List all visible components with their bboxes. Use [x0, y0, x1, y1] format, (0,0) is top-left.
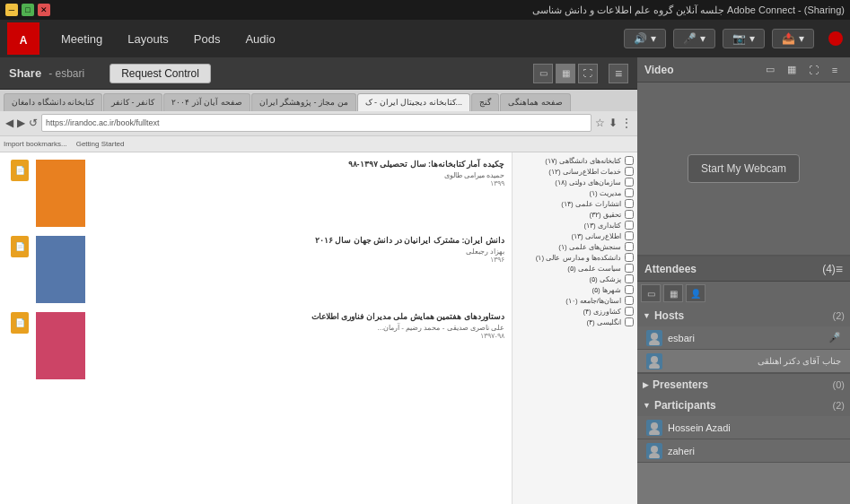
host-name-0: esbari [668, 333, 823, 343]
sidebar-checkbox-4[interactable] [625, 199, 634, 208]
start-webcam-button[interactable]: Start My Webcam [688, 154, 800, 183]
participant-row-0: Hossein Azadi [637, 416, 850, 439]
menu-pods[interactable]: Pods [181, 27, 233, 51]
sidebar-checkbox-12[interactable] [625, 285, 634, 294]
book-icon-0: 📄 [11, 160, 29, 181]
maximize-button[interactable]: □ [22, 4, 34, 16]
participant-row-1: zaheri [637, 439, 850, 463]
hosts-toggle-icon: ▼ [643, 311, 651, 320]
url-bar[interactable]: https://irandoc.ac.ir/book/fulltext [41, 114, 591, 132]
book-year-2: ۱۳۹۷-۹۸ [92, 332, 504, 340]
mic-control[interactable]: 🎤 ▾ [673, 29, 715, 48]
menubar: A Meeting Layouts Pods Audio 🔊 ▾ 🎤 ▾ 📷 ▾… [0, 20, 850, 57]
share-view-btn-0[interactable]: ▭ [533, 64, 553, 83]
sidebar-checkbox-14[interactable] [625, 307, 634, 316]
browser-sidebar-item-14[interactable]: کشاورزی (۴) [516, 307, 634, 316]
presenters-group-header[interactable]: ▶ Presenters (0) [637, 373, 850, 395]
share-menu-button[interactable]: ≡ [609, 64, 628, 83]
minimize-button[interactable]: ─ [5, 4, 18, 16]
svg-point-4 [651, 356, 658, 363]
browser-sidebar-item-7[interactable]: اطلاع‌رسانی (۱۳) [516, 231, 634, 240]
sidebar-checkbox-5[interactable] [625, 210, 634, 219]
close-button[interactable]: ✕ [38, 4, 50, 16]
browser-tab-3[interactable]: من مجاز - پژوهشگر ایران [251, 93, 356, 111]
hosts-group-header[interactable]: ▼ Hosts (2) [637, 305, 850, 326]
browser-tab-4[interactable]: کتابخانه دیجیتال ایران - ک... [357, 93, 471, 111]
browser-sidebar-item-1[interactable]: خدمات اطلاع‌رسانی (۱۲) [516, 167, 634, 176]
browser-sidebar-item-8[interactable]: سنجش‌های علمی (۱) [516, 242, 634, 251]
book-title-1: دانش ایران: مشترک ایرانیان در دانش جهان … [92, 236, 504, 245]
browser-tab-1[interactable]: کانفر - کانفر [103, 93, 162, 111]
bookmark-0[interactable]: Import bookmarks... [4, 140, 67, 148]
menu-layouts[interactable]: Layouts [115, 27, 181, 51]
share-view-btn-1[interactable]: ▦ [556, 64, 575, 83]
browser-tab-5[interactable]: گنج [471, 93, 499, 111]
browser-sidebar-item-0[interactable]: کتابخانه‌های دانشگاهی (۱۷) [516, 156, 634, 165]
att-view-btn-1[interactable]: ▦ [663, 284, 683, 302]
menu-audio[interactable]: Audio [232, 27, 287, 51]
host-row-0: esbari 🎤 [637, 326, 850, 350]
att-view-btn-0[interactable]: ▭ [641, 284, 661, 302]
browser-nav: ◀ ▶ ↺ https://irandoc.ac.ir/book/fulltex… [0, 111, 637, 135]
window-controls[interactable]: ─ □ ✕ [5, 4, 50, 16]
browser-tab-2[interactable]: صفحه آیان آذر ۲۰۰۴ [163, 93, 250, 111]
share-content: کتابخانه دانشگاه دامغان کانفر - کانفر صف… [0, 90, 637, 504]
browser-sidebar-item-13[interactable]: استان‌ها/جامعه (۱۰) [516, 296, 634, 305]
bookmark-1[interactable]: Getting Started [76, 140, 125, 148]
browser-sidebar-item-11[interactable]: پزشکی (۵) [516, 274, 634, 283]
sidebar-checkbox-8[interactable] [625, 242, 634, 251]
browser-sidebar-item-2[interactable]: سازمان‌های دولتی (۱۸) [516, 178, 634, 187]
more-button[interactable]: ⋮ [621, 117, 632, 129]
video-view-btn-0[interactable]: ▭ [762, 62, 778, 78]
sidebar-checkbox-6[interactable] [625, 221, 634, 230]
request-control-button[interactable]: Request Control [110, 64, 211, 83]
sidebar-checkbox-9[interactable] [625, 253, 634, 262]
sidebar-checkbox-7[interactable] [625, 231, 634, 240]
reload-button[interactable]: ↺ [29, 117, 38, 129]
browser-sidebar-item-5[interactable]: تحقیق (۳۲) [516, 210, 634, 219]
camera-control[interactable]: 📷 ▾ [723, 29, 765, 48]
sidebar-checkbox-11[interactable] [625, 274, 634, 283]
browser-tabs[interactable]: کتابخانه دانشگاه دامغان کانفر - کانفر صف… [0, 90, 637, 111]
presenters-group-count: (0) [833, 379, 845, 390]
sidebar-checkbox-15[interactable] [625, 317, 634, 326]
sidebar-checkbox-10[interactable] [625, 264, 634, 273]
browser-window: کتابخانه دانشگاه دامغان کانفر - کانفر صف… [0, 90, 637, 504]
download-button[interactable]: ⬇ [609, 117, 618, 129]
back-button[interactable]: ◀ [5, 117, 13, 129]
browser-sidebar-item-9[interactable]: دانشکده‌ها و مدارس عالی (۱) [516, 253, 634, 262]
svg-point-7 [649, 430, 660, 435]
speaker-control[interactable]: 🔊 ▾ [624, 29, 666, 48]
browser-sidebar-item-6[interactable]: کتابداری (۱۳) [516, 221, 634, 230]
menu-meeting[interactable]: Meeting [48, 27, 115, 51]
sidebar-checkbox-3[interactable] [625, 188, 634, 197]
svg-point-8 [651, 446, 658, 453]
participant-avatar-0 [646, 420, 662, 436]
browser-tab-0[interactable]: کتابخانه دانشگاه دامغان [4, 93, 102, 111]
browser-tab-6[interactable]: صفحه هماهنگی [500, 93, 571, 111]
sidebar-checkbox-13[interactable] [625, 296, 634, 305]
sidebar-checkbox-2[interactable] [625, 178, 634, 187]
sidebar-checkbox-1[interactable] [625, 167, 634, 176]
browser-sidebar-item-3[interactable]: مدیریت (۱) [516, 188, 634, 197]
record-button[interactable] [828, 31, 843, 46]
video-view-btn-1[interactable]: ▦ [784, 62, 800, 78]
browser-sidebar-item-4[interactable]: انتشارات علمی (۱۴) [516, 199, 634, 208]
video-view-btn-2[interactable]: ⛶ [805, 62, 821, 78]
browser-sidebar-item-12[interactable]: شهرها (۵) [516, 285, 634, 294]
attendees-menu-button[interactable]: ≡ [836, 262, 843, 276]
att-view-btn-2[interactable]: 👤 [686, 284, 705, 302]
share-control[interactable]: 📤 ▾ [772, 29, 814, 48]
forward-button[interactable]: ▶ [17, 117, 25, 129]
mic-icon: 🎤 [683, 32, 697, 45]
share-view-btn-2[interactable]: ⛶ [578, 64, 598, 83]
book-title-2: دستاوردهای هفتمین همایش ملی مدیران فناور… [92, 312, 504, 321]
browser-sidebar-item-10[interactable]: سیاست علمی (۵) [516, 264, 634, 273]
browser-sidebar-item-15[interactable]: انگلیسی (۴) [516, 317, 634, 326]
book-info-0: چکیده آمار کتابخانه‌ها: سال تحصیلی ۱۳۹۷-… [92, 160, 504, 187]
video-menu-button[interactable]: ≡ [827, 62, 843, 78]
participants-group-header[interactable]: ▼ Participants (2) [637, 395, 850, 416]
star-button[interactable]: ☆ [595, 117, 605, 129]
video-content: Start My Webcam [637, 83, 850, 255]
sidebar-checkbox-0[interactable] [625, 156, 634, 165]
